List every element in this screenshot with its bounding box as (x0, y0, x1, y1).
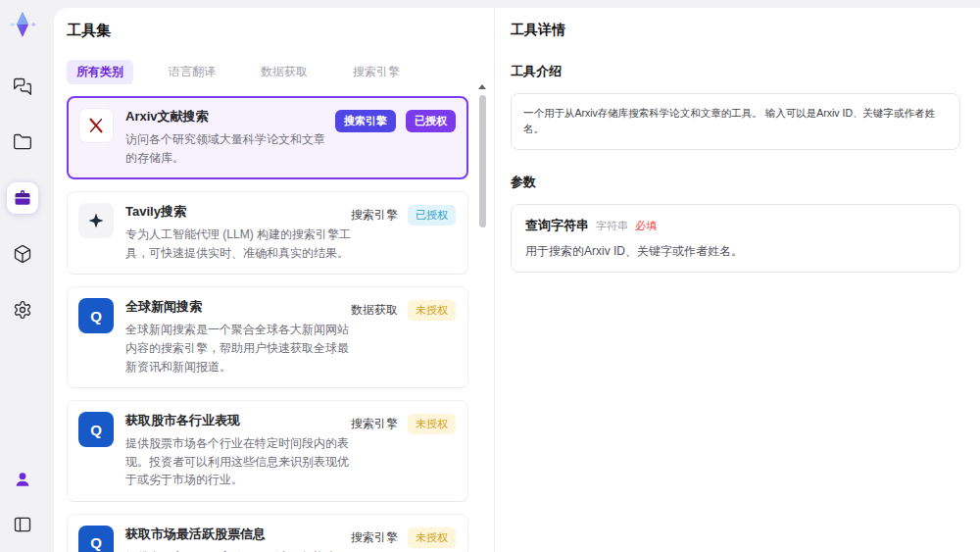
tool-card[interactable]: Q 获取股市各行业表现 提供股票市场各个行业在特定时间段内的表现。投资者可以利用… (67, 400, 468, 502)
scroll-up-icon[interactable] (478, 84, 486, 89)
profile-avatar-icon[interactable] (7, 464, 38, 495)
param-name: 查询字符串 (525, 217, 589, 234)
category-tab[interactable]: 数据获取 (251, 60, 318, 84)
sidebar-item-packages[interactable] (7, 238, 38, 270)
gear-icon (13, 300, 32, 320)
tool-card[interactable]: Tavily搜索 专为人工智能代理 (LLM) 构建的搜索引擎工具，可快速提供实… (67, 191, 468, 275)
tool-category-badge: 搜索引擎 (335, 110, 396, 132)
panel-toggle-icon[interactable] (7, 509, 38, 540)
chat-icon (13, 76, 32, 96)
param-box: 查询字符串 字符串 必填 用于搜索的Arxiv ID、关键字或作者姓名。 (511, 204, 960, 273)
sidebar-item-tools[interactable] (7, 182, 38, 214)
category-tab[interactable]: 搜索引擎 (343, 60, 410, 84)
detail-title: 工具详情 (511, 22, 960, 39)
news-logo-icon: Q (90, 534, 102, 551)
tool-description: 访问各个研究领域大量科学论文和文章的存储库。 (125, 130, 335, 167)
app-logo-icon[interactable] (6, 8, 39, 41)
param-required-badge: 必填 (635, 219, 657, 233)
tool-icon: Q (78, 298, 114, 333)
intro-heading: 工具介绍 (511, 63, 960, 80)
tool-icon: Q (78, 526, 114, 552)
params-heading: 参数 (511, 174, 960, 191)
tool-status-badge: 未授权 (408, 414, 456, 434)
detail-panel: 工具详情 工具介绍 一个用于从Arxiv存储库搜索科学论文和文章的工具。 输入可… (495, 8, 980, 552)
tool-card[interactable]: Q 获取市场最活跃股票信息 提供当天交易量最高的股票列表，投资者可以利用这些信息… (67, 514, 468, 552)
news-logo-icon: Q (90, 422, 102, 438)
category-tabs: 所有类别语言翻译数据获取搜索引擎 (67, 60, 494, 84)
tool-status-badge: 未授权 (408, 300, 456, 321)
tool-category-badge: 搜索引擎 (351, 416, 398, 432)
folder-icon (13, 132, 32, 152)
page-title: 工具集 (67, 22, 494, 40)
intro-box: 一个用于从Arxiv存储库搜索科学论文和文章的工具。 输入可以是Arxiv ID… (511, 93, 960, 150)
tool-status-badge: 未授权 (408, 527, 456, 548)
tool-description: 全球新闻搜索是一个聚合全球各大新闻网站内容的搜索引擎，帮助用户快速获取全球最新资… (125, 321, 351, 376)
tool-icon: Q (78, 412, 114, 447)
arxiv-icon (86, 116, 106, 135)
tavily-star-icon (86, 211, 106, 230)
scrollbar[interactable] (477, 84, 487, 552)
tool-name: Arxiv文献搜索 (125, 108, 335, 125)
sidebar-item-chat[interactable] (7, 71, 38, 102)
tool-list: Arxiv文献搜索 访问各个研究领域大量科学论文和文章的存储库。 搜索引擎 已授… (67, 96, 468, 552)
tool-status-badge: 已授权 (406, 110, 456, 132)
sidebar-item-settings[interactable] (7, 294, 38, 326)
tool-category-badge: 搜索引擎 (351, 207, 398, 224)
tool-name: 全球新闻搜索 (125, 298, 351, 316)
tools-panel: 工具集 所有类别语言翻译数据获取搜索引擎 Arxiv文献搜索 访问各个研究领域大… (54, 8, 495, 552)
tool-card[interactable]: Q 全球新闻搜索 全球新闻搜索是一个聚合全球各大新闻网站内容的搜索引擎，帮助用户… (67, 286, 468, 388)
main-card: 工具集 所有类别语言翻译数据获取搜索引擎 Arxiv文献搜索 访问各个研究领域大… (54, 8, 980, 552)
param-type: 字符串 (596, 219, 628, 233)
sidebar (0, 0, 44, 552)
tool-icon (78, 108, 114, 143)
tool-description: 专为人工智能代理 (LLM) 构建的搜索引擎工具，可快速提供实时、准确和真实的结… (125, 226, 351, 262)
tool-description: 提供当天交易量最高的股票列表，投资者可以利用这些信息来识别流动性强的股票和潜在的… (125, 548, 351, 552)
sidebar-item-files[interactable] (7, 126, 38, 158)
tool-name: 获取市场最活跃股票信息 (125, 526, 351, 543)
tool-description: 提供股票市场各个行业在特定时间段内的表现。投资者可以利用这些信息来识别表现优于或… (125, 434, 351, 489)
tool-category-badge: 搜索引擎 (351, 529, 398, 546)
category-tab[interactable]: 所有类别 (67, 60, 133, 84)
cube-icon (13, 244, 32, 264)
tool-category-badge: 数据获取 (351, 302, 398, 319)
tool-status-badge: 已授权 (408, 205, 456, 226)
scrollbar-thumb[interactable] (479, 95, 486, 227)
tool-name: 获取股市各行业表现 (125, 412, 351, 429)
tool-card[interactable]: Arxiv文献搜索 访问各个研究领域大量科学论文和文章的存储库。 搜索引擎 已授… (67, 96, 468, 179)
category-tab[interactable]: 语言翻译 (159, 60, 225, 84)
news-logo-icon: Q (90, 308, 102, 325)
param-description: 用于搜索的Arxiv ID、关键字或作者姓名。 (525, 243, 946, 260)
tool-icon (78, 203, 114, 238)
toolbox-icon (13, 188, 32, 208)
tool-name: Tavily搜索 (125, 203, 351, 221)
